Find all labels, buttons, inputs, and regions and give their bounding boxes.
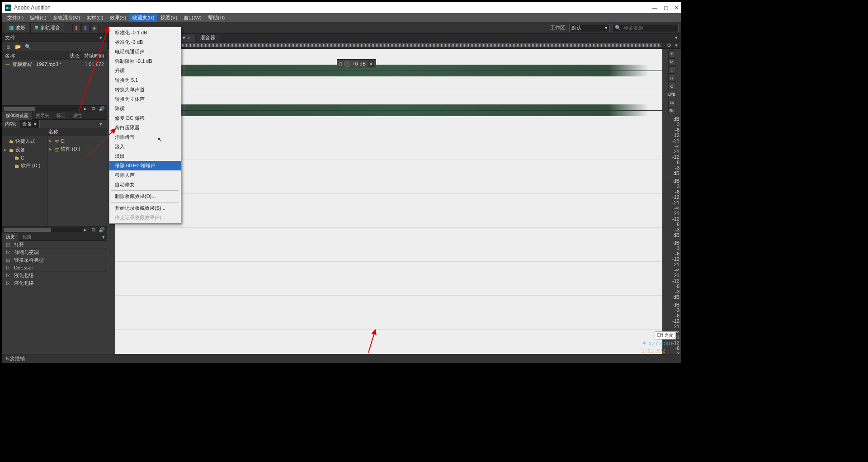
channel-badge[interactable]: C (668, 83, 675, 90)
history-tabs: 历史视频▾ (2, 233, 107, 241)
files-col-status[interactable]: 状态 (61, 52, 80, 59)
dropdown-item[interactable]: 转换为单声道 (109, 85, 181, 94)
menu-7[interactable]: 窗口(W) (180, 14, 205, 22)
open-in-editor-icon[interactable]: ⧉ (90, 106, 97, 112)
files-col-duration[interactable]: 持续时间 (80, 52, 107, 59)
speaker-icon[interactable]: 🔊 (99, 106, 105, 112)
menu-4[interactable]: 效果(S) (107, 14, 130, 22)
tree-item[interactable]: 🖿软件 (D:) (2, 161, 47, 170)
open-in-editor-icon[interactable]: ⧉ (90, 227, 97, 233)
dropdown-item[interactable]: 转换为 5.1 (109, 75, 181, 85)
files-panel-header: 文件 ▾ (2, 34, 107, 42)
history-row[interactable]: ▤打开 (2, 241, 107, 249)
content-select[interactable]: 设备▾ (19, 120, 40, 128)
dropdown-item[interactable]: 标准化 -3 dB (109, 38, 181, 47)
menu-5[interactable]: 收藏夹(R) (129, 14, 157, 22)
maximize-button[interactable]: ▢ (664, 5, 668, 11)
panel-menu-icon[interactable]: ▾ (98, 121, 104, 127)
channel-badge[interactable]: R (668, 75, 675, 82)
browser-col-name[interactable]: 名称 (46, 128, 107, 135)
history-row[interactable]: fx液化包络 (2, 279, 107, 287)
channel-badge[interactable]: Ls (668, 99, 675, 106)
navigator-waveform[interactable] (110, 43, 661, 47)
close-hud-icon[interactable]: ✕ (368, 61, 374, 67)
dropdown-item[interactable]: 消除齿音 (109, 132, 181, 142)
channel-badge[interactable]: L (668, 66, 675, 74)
browser-tab[interactable]: 媒体浏览器 (2, 112, 32, 120)
dropdown-item[interactable]: 修复 DC 偏移 (109, 113, 181, 123)
dropdown-item[interactable]: 电话机通话声 (109, 47, 181, 57)
dropdown-item[interactable]: 降调 (109, 104, 181, 113)
multitrack-mode-button[interactable]: ≣多轨混音 (30, 23, 64, 33)
hand-tool-icon[interactable]: ▮ (72, 24, 80, 32)
panel-menu-icon[interactable]: ▾ (98, 35, 104, 41)
close-button[interactable]: ✕ (675, 5, 679, 11)
dropdown-item[interactable]: 移除人声 (109, 170, 181, 180)
help-search[interactable]: 🔍 (613, 24, 679, 32)
dropdown-item[interactable]: 淡出 (109, 151, 181, 161)
zoom-nav-icon[interactable]: ⚙ (666, 42, 672, 48)
gain-knob-icon[interactable] (344, 61, 350, 67)
menu-0[interactable]: 文件(F) (4, 14, 27, 22)
file-row[interactable]: ⊶ 音频素材 - 1967.mp3 * 1:01.672 (2, 60, 107, 68)
dropdown-item[interactable]: 旁白压限器 (109, 123, 181, 132)
autoplay-icon[interactable]: 🔊 (99, 227, 105, 233)
channel-badge[interactable]: + (668, 50, 675, 57)
history-tab[interactable]: 视频 (19, 233, 35, 241)
nav-menu-icon[interactable]: ▾ (673, 42, 679, 48)
disk-item[interactable]: ▸🖴软件 (D:) (47, 145, 107, 153)
time-tool-icon[interactable]: ⏵ (90, 24, 99, 32)
tree-item[interactable]: ▸🖿设备 (2, 146, 47, 154)
history-row[interactable]: ▤转换采样类型 (2, 256, 107, 264)
workspace-select[interactable]: 默认▾ (569, 24, 610, 32)
browser-tab[interactable]: 效果夹 (32, 112, 53, 120)
waveform-icon: ⊶ (5, 61, 10, 67)
channel-badge[interactable]: LFE (668, 91, 675, 98)
menu-8[interactable]: 帮助(H) (205, 14, 228, 22)
play-preview-icon[interactable]: ▸ (82, 106, 89, 112)
channel-badge[interactable]: Rs (668, 107, 675, 114)
history-row[interactable]: fx伸缩与变调 (2, 249, 107, 256)
play-preview-icon[interactable]: ▸ (82, 227, 89, 233)
menubar: 文件(F)编辑(E)多轨混音(M)素材(C)效果(S)收藏夹(R)视图(V)窗口… (2, 13, 681, 22)
dropdown-item[interactable]: 自动修复 (109, 180, 181, 189)
panel-menu-icon[interactable]: ▾ (100, 234, 107, 240)
tree-item[interactable]: 🖿快捷方式 (2, 137, 47, 146)
dropdown-item[interactable]: 强制限幅 -0.1 dB (109, 57, 181, 66)
panel-menu-icon[interactable]: ▾ (673, 35, 679, 41)
waveform-mode-button[interactable]: ▦波形 (5, 23, 29, 33)
waveform-display[interactable]: ⎍ +0 dB ✕ (115, 49, 662, 354)
dropdown-item[interactable]: 标准化 -0.1 dB (109, 28, 181, 38)
tree-item[interactable]: 🖿C: (2, 154, 47, 161)
editor-tab[interactable]: 混音器 (196, 34, 220, 42)
browser-tab[interactable]: 属性 (69, 112, 85, 120)
menu-3[interactable]: 素材(C) (83, 14, 106, 22)
disk-item[interactable]: ▸🖴C: (47, 137, 107, 145)
files-col-name[interactable]: 名称 (2, 52, 61, 59)
search-icon: 🔍 (615, 25, 621, 31)
menu-6[interactable]: 视图(V) (157, 14, 180, 22)
minimize-button[interactable]: — (652, 5, 657, 11)
menu-2[interactable]: 多轨混音(M) (50, 14, 84, 22)
channel-badge[interactable]: M (668, 58, 675, 66)
history-row[interactable]: fx液化包络 (2, 272, 107, 279)
gain-hud[interactable]: ⎍ +0 dB ✕ (337, 59, 376, 68)
browser-tab[interactable]: 标记 (53, 112, 69, 120)
dropdown-item[interactable]: 升调 (109, 66, 181, 75)
dropdown-item[interactable]: 开始记录收藏效果(S)... (109, 203, 181, 213)
dropdown-item[interactable]: 移除 60 Hz 嗡嗡声 (109, 161, 181, 170)
ch-badge: CH 之简 (655, 331, 676, 339)
filter-icon[interactable]: 🔍 (25, 44, 31, 50)
history-row[interactable]: fxDeEsser (2, 264, 107, 272)
history-tab[interactable]: 历史 (2, 233, 19, 241)
dropdown-item[interactable]: 淡入 (109, 142, 181, 151)
cursor-icon: ↖ (157, 137, 162, 143)
help-search-input[interactable] (623, 25, 676, 31)
menu-1[interactable]: 编辑(E) (27, 14, 50, 22)
browser-tabs: 媒体浏览器效果夹标记属性 (2, 112, 107, 120)
dropdown-item[interactable]: 删除收藏效果(D)... (109, 192, 181, 201)
open-file-icon[interactable]: 📂 (15, 44, 21, 50)
marquee-tool-icon[interactable]: ▮ (81, 24, 90, 32)
new-file-icon[interactable]: 🗎 (5, 44, 11, 50)
dropdown-item[interactable]: 转换为立体声 (109, 94, 181, 104)
